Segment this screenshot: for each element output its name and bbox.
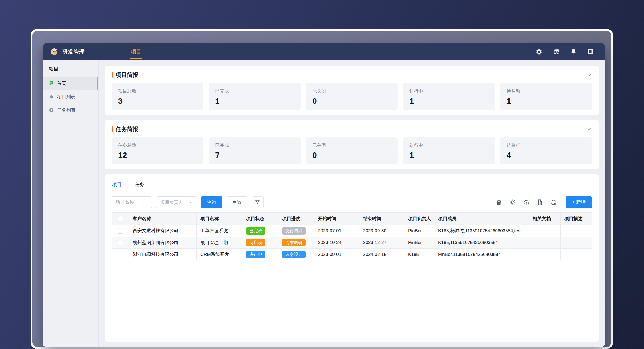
trash-icon[interactable] xyxy=(496,199,502,206)
stat-label: 已关闭 xyxy=(312,88,391,94)
cell-desc xyxy=(561,249,592,260)
cell-start-date: 2023-09-01 xyxy=(314,249,359,260)
sidebar: 项目 首页 项目列表 xyxy=(43,60,99,347)
cell-end-date: 2024-02-15 xyxy=(359,249,404,260)
circle-alert-icon xyxy=(49,108,54,113)
stat-card: 待执行 4 xyxy=(500,137,592,164)
stat-label: 待执行 xyxy=(507,142,586,148)
title-accent-bar xyxy=(112,126,113,132)
cloud-upload-icon[interactable] xyxy=(523,199,530,206)
sidebar-item-task-list[interactable]: 任务列表 xyxy=(43,103,98,117)
row-checkbox[interactable] xyxy=(118,228,123,234)
select-placeholder: 项目负责人 xyxy=(160,199,183,205)
col-header: 项目名称 xyxy=(197,213,242,225)
stat-value: 4 xyxy=(507,151,586,160)
table-row[interactable]: 浙江电源科技有限公司 CRM系统开发 进行中 方案设计 2023-09-01 2… xyxy=(112,249,592,260)
col-header: 项目成员 xyxy=(434,213,529,225)
stat-card: 待启动 1 xyxy=(500,83,592,110)
tab-task[interactable]: 任务 xyxy=(134,179,145,191)
stat-card: 已关闭 0 xyxy=(306,83,398,110)
chevron-down-icon[interactable] xyxy=(587,72,592,78)
cell-customer: 西安支道科技有限公司 xyxy=(129,225,197,237)
cell-start-date: 2023-10-24 xyxy=(314,237,359,249)
cell-customer: 浙江电源科技有限公司 xyxy=(129,249,197,260)
project-name-input[interactable] xyxy=(112,196,152,208)
cell-owner: PinBer xyxy=(404,225,434,237)
cell-members: PinBer,1135910754260803584 xyxy=(434,249,529,260)
row-checkbox[interactable] xyxy=(118,252,123,257)
sidebar-item-label: 首页 xyxy=(57,80,66,86)
chevron-down-icon xyxy=(189,200,193,204)
main-content: 项目简报 项目总数 3 已完成 1 xyxy=(99,60,605,347)
list-tabs: 项目 任务 xyxy=(112,179,592,191)
cube-logo-icon xyxy=(50,48,58,56)
tab-project[interactable]: 项目 xyxy=(112,179,122,191)
col-header: 项目状态 xyxy=(242,213,278,225)
cell-desc xyxy=(561,225,592,237)
col-header: 项目负责人 xyxy=(404,213,434,225)
cell-docs xyxy=(529,237,561,249)
refresh-icon[interactable] xyxy=(550,199,557,206)
navbar-actions xyxy=(536,48,594,55)
cell-start-date: 2023-07-01 xyxy=(314,225,359,237)
col-header: 客户名称 xyxy=(129,213,197,225)
cell-project: 工单管理系统 xyxy=(197,225,242,237)
search-button[interactable]: 查询 xyxy=(201,196,222,208)
progress-badge: 交付培训 xyxy=(282,227,306,235)
task-stats-row: 任务总数 12 已完成 7 已关闭 0 进行中 xyxy=(112,137,592,164)
nav-tab-project[interactable]: 项目 xyxy=(131,43,141,60)
notifications-icon[interactable] xyxy=(570,48,577,55)
sidebar-item-home[interactable]: 首页 xyxy=(43,77,98,90)
col-header: 相关文档 xyxy=(529,213,561,225)
stat-card: 已完成 1 xyxy=(209,83,301,110)
col-header: 项目描述 xyxy=(561,213,592,225)
file-export-icon[interactable] xyxy=(537,199,543,206)
cell-owner: K185 xyxy=(404,249,434,260)
cell-project: CRM系统开发 xyxy=(197,249,242,260)
stat-label: 进行中 xyxy=(409,88,488,94)
task-brief-panel: 任务简报 任务总数 12 已完成 7 xyxy=(105,120,599,169)
columns-icon[interactable] xyxy=(587,48,594,55)
sidebar-header: 项目 xyxy=(43,60,98,77)
col-header: 结束时间 xyxy=(359,213,404,225)
stat-card: 已完成 7 xyxy=(209,137,301,164)
settings-icon[interactable] xyxy=(536,48,543,55)
schedule-icon[interactable] xyxy=(553,48,560,55)
table-header-row: 客户名称 项目名称 项目状态 项目进度 开始时间 结束时间 项目负责人 项目成员… xyxy=(112,213,592,225)
row-checkbox[interactable] xyxy=(118,240,123,245)
sidebar-item-label: 项目列表 xyxy=(57,94,75,100)
filter-button[interactable] xyxy=(252,196,264,208)
app-window: 研发管理 项目 xyxy=(43,43,605,347)
stat-card: 任务总数 12 xyxy=(112,137,203,164)
tab-label: 任务 xyxy=(135,182,144,187)
reset-button[interactable]: 重置 xyxy=(227,196,247,208)
stat-card: 进行中 1 xyxy=(403,137,495,164)
home-doc-icon xyxy=(49,81,54,86)
top-navbar: 研发管理 项目 xyxy=(43,43,605,60)
cell-customer: 杭州蓝图集团有限公司 xyxy=(129,237,197,249)
stat-card: 项目总数 3 xyxy=(112,83,203,110)
gear-config-icon[interactable] xyxy=(509,199,516,206)
nav-tab-label: 项目 xyxy=(131,48,141,55)
stat-label: 进行中 xyxy=(409,142,488,148)
sidebar-item-project-list[interactable]: 项目列表 xyxy=(43,90,98,103)
table-row[interactable]: 杭州蓝图集团有限公司 项目管理一期 待启动 需求调研 2023-10-24 20… xyxy=(112,237,592,249)
stat-card: 进行中 1 xyxy=(403,83,495,110)
project-table: 客户名称 项目名称 项目状态 项目进度 开始时间 结束时间 项目负责人 项目成员… xyxy=(112,212,592,260)
title-accent-bar xyxy=(112,72,113,78)
stat-value: 1 xyxy=(215,96,294,106)
stat-label: 待启动 xyxy=(507,88,586,94)
stat-value: 0 xyxy=(312,151,391,160)
select-all-checkbox[interactable] xyxy=(118,216,123,221)
status-badge: 已完成 xyxy=(246,227,265,235)
stat-value: 7 xyxy=(215,151,294,160)
graduation-cap-icon xyxy=(49,94,54,99)
project-owner-select[interactable]: 项目负责人 xyxy=(156,196,196,208)
cell-members: K185,1135910754260803584 xyxy=(434,237,529,249)
chevron-down-icon[interactable] xyxy=(587,126,592,132)
table-row[interactable]: 西安支道科技有限公司 工单管理系统 已完成 交付培训 2023-07-01 20… xyxy=(112,225,592,237)
add-button[interactable]: + 新增 xyxy=(566,196,592,208)
col-header: 项目进度 xyxy=(278,213,314,225)
project-stats-row: 项目总数 3 已完成 1 已关闭 0 进行中 1 xyxy=(112,83,592,110)
stat-label: 已完成 xyxy=(215,88,294,94)
